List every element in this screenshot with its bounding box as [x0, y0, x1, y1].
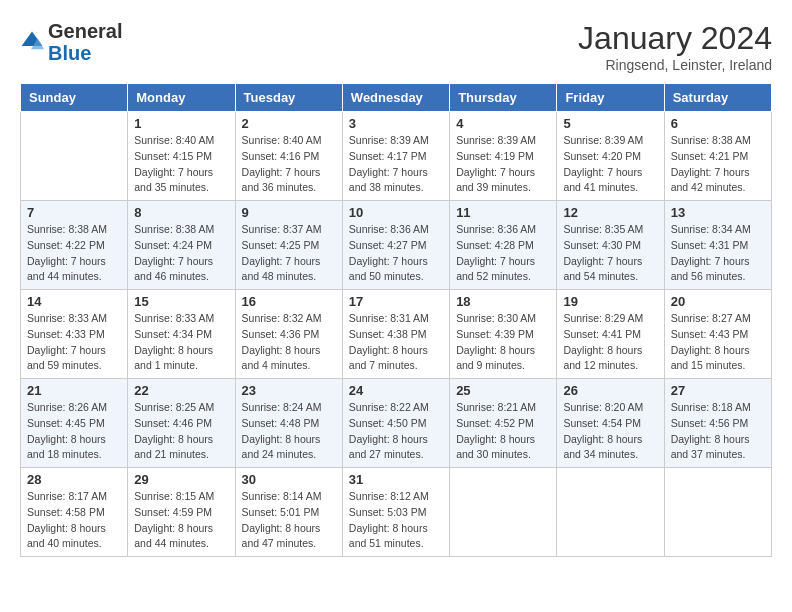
day-number: 29: [134, 472, 228, 487]
weekday-header: Tuesday: [235, 84, 342, 112]
day-info: Sunrise: 8:36 AM Sunset: 4:27 PM Dayligh…: [349, 222, 443, 285]
calendar-cell: 30Sunrise: 8:14 AM Sunset: 5:01 PM Dayli…: [235, 468, 342, 557]
calendar-table: SundayMondayTuesdayWednesdayThursdayFrid…: [20, 83, 772, 557]
weekday-header: Saturday: [664, 84, 771, 112]
calendar-cell: 20Sunrise: 8:27 AM Sunset: 4:43 PM Dayli…: [664, 290, 771, 379]
calendar-cell: 21Sunrise: 8:26 AM Sunset: 4:45 PM Dayli…: [21, 379, 128, 468]
day-number: 15: [134, 294, 228, 309]
day-info: Sunrise: 8:39 AM Sunset: 4:20 PM Dayligh…: [563, 133, 657, 196]
weekday-header: Wednesday: [342, 84, 449, 112]
day-info: Sunrise: 8:30 AM Sunset: 4:39 PM Dayligh…: [456, 311, 550, 374]
month-title: January 2024: [578, 20, 772, 57]
day-number: 14: [27, 294, 121, 309]
day-number: 26: [563, 383, 657, 398]
calendar-cell: 26Sunrise: 8:20 AM Sunset: 4:54 PM Dayli…: [557, 379, 664, 468]
calendar-cell: 10Sunrise: 8:36 AM Sunset: 4:27 PM Dayli…: [342, 201, 449, 290]
day-number: 18: [456, 294, 550, 309]
calendar-row: 14Sunrise: 8:33 AM Sunset: 4:33 PM Dayli…: [21, 290, 772, 379]
calendar-cell: 9Sunrise: 8:37 AM Sunset: 4:25 PM Daylig…: [235, 201, 342, 290]
day-number: 20: [671, 294, 765, 309]
calendar-cell: [557, 468, 664, 557]
calendar-cell: 13Sunrise: 8:34 AM Sunset: 4:31 PM Dayli…: [664, 201, 771, 290]
weekday-header: Sunday: [21, 84, 128, 112]
day-number: 13: [671, 205, 765, 220]
calendar-cell: [21, 112, 128, 201]
calendar-cell: 6Sunrise: 8:38 AM Sunset: 4:21 PM Daylig…: [664, 112, 771, 201]
day-number: 16: [242, 294, 336, 309]
calendar-cell: 3Sunrise: 8:39 AM Sunset: 4:17 PM Daylig…: [342, 112, 449, 201]
day-number: 6: [671, 116, 765, 131]
day-number: 4: [456, 116, 550, 131]
day-info: Sunrise: 8:29 AM Sunset: 4:41 PM Dayligh…: [563, 311, 657, 374]
day-number: 31: [349, 472, 443, 487]
calendar-body: 1Sunrise: 8:40 AM Sunset: 4:15 PM Daylig…: [21, 112, 772, 557]
day-info: Sunrise: 8:17 AM Sunset: 4:58 PM Dayligh…: [27, 489, 121, 552]
day-info: Sunrise: 8:12 AM Sunset: 5:03 PM Dayligh…: [349, 489, 443, 552]
calendar-cell: 22Sunrise: 8:25 AM Sunset: 4:46 PM Dayli…: [128, 379, 235, 468]
day-info: Sunrise: 8:32 AM Sunset: 4:36 PM Dayligh…: [242, 311, 336, 374]
day-info: Sunrise: 8:20 AM Sunset: 4:54 PM Dayligh…: [563, 400, 657, 463]
day-info: Sunrise: 8:38 AM Sunset: 4:24 PM Dayligh…: [134, 222, 228, 285]
day-number: 24: [349, 383, 443, 398]
day-info: Sunrise: 8:34 AM Sunset: 4:31 PM Dayligh…: [671, 222, 765, 285]
calendar-cell: 29Sunrise: 8:15 AM Sunset: 4:59 PM Dayli…: [128, 468, 235, 557]
logo-icon: [20, 30, 44, 54]
day-info: Sunrise: 8:15 AM Sunset: 4:59 PM Dayligh…: [134, 489, 228, 552]
calendar-cell: 23Sunrise: 8:24 AM Sunset: 4:48 PM Dayli…: [235, 379, 342, 468]
day-number: 1: [134, 116, 228, 131]
day-number: 9: [242, 205, 336, 220]
day-info: Sunrise: 8:14 AM Sunset: 5:01 PM Dayligh…: [242, 489, 336, 552]
day-number: 23: [242, 383, 336, 398]
day-number: 2: [242, 116, 336, 131]
weekday-header: Monday: [128, 84, 235, 112]
day-number: 19: [563, 294, 657, 309]
calendar-cell: 15Sunrise: 8:33 AM Sunset: 4:34 PM Dayli…: [128, 290, 235, 379]
calendar-cell: 19Sunrise: 8:29 AM Sunset: 4:41 PM Dayli…: [557, 290, 664, 379]
calendar-cell: 7Sunrise: 8:38 AM Sunset: 4:22 PM Daylig…: [21, 201, 128, 290]
calendar-cell: 17Sunrise: 8:31 AM Sunset: 4:38 PM Dayli…: [342, 290, 449, 379]
location-subtitle: Ringsend, Leinster, Ireland: [578, 57, 772, 73]
calendar-cell: 28Sunrise: 8:17 AM Sunset: 4:58 PM Dayli…: [21, 468, 128, 557]
logo: General Blue: [20, 20, 122, 64]
calendar-cell: [450, 468, 557, 557]
calendar-cell: 27Sunrise: 8:18 AM Sunset: 4:56 PM Dayli…: [664, 379, 771, 468]
day-number: 25: [456, 383, 550, 398]
day-number: 17: [349, 294, 443, 309]
day-info: Sunrise: 8:27 AM Sunset: 4:43 PM Dayligh…: [671, 311, 765, 374]
day-number: 21: [27, 383, 121, 398]
calendar-cell: 18Sunrise: 8:30 AM Sunset: 4:39 PM Dayli…: [450, 290, 557, 379]
calendar-cell: 2Sunrise: 8:40 AM Sunset: 4:16 PM Daylig…: [235, 112, 342, 201]
calendar-cell: 31Sunrise: 8:12 AM Sunset: 5:03 PM Dayli…: [342, 468, 449, 557]
day-number: 27: [671, 383, 765, 398]
calendar-cell: 1Sunrise: 8:40 AM Sunset: 4:15 PM Daylig…: [128, 112, 235, 201]
day-info: Sunrise: 8:39 AM Sunset: 4:17 PM Dayligh…: [349, 133, 443, 196]
logo-blue: Blue: [48, 42, 91, 64]
day-info: Sunrise: 8:33 AM Sunset: 4:34 PM Dayligh…: [134, 311, 228, 374]
logo-general: General: [48, 20, 122, 42]
calendar-cell: 25Sunrise: 8:21 AM Sunset: 4:52 PM Dayli…: [450, 379, 557, 468]
day-info: Sunrise: 8:26 AM Sunset: 4:45 PM Dayligh…: [27, 400, 121, 463]
weekday-header: Friday: [557, 84, 664, 112]
day-number: 22: [134, 383, 228, 398]
day-number: 28: [27, 472, 121, 487]
calendar-cell: [664, 468, 771, 557]
day-number: 10: [349, 205, 443, 220]
day-number: 11: [456, 205, 550, 220]
calendar-cell: 11Sunrise: 8:36 AM Sunset: 4:28 PM Dayli…: [450, 201, 557, 290]
day-info: Sunrise: 8:33 AM Sunset: 4:33 PM Dayligh…: [27, 311, 121, 374]
calendar-row: 1Sunrise: 8:40 AM Sunset: 4:15 PM Daylig…: [21, 112, 772, 201]
calendar-cell: 16Sunrise: 8:32 AM Sunset: 4:36 PM Dayli…: [235, 290, 342, 379]
calendar-row: 7Sunrise: 8:38 AM Sunset: 4:22 PM Daylig…: [21, 201, 772, 290]
day-info: Sunrise: 8:40 AM Sunset: 4:16 PM Dayligh…: [242, 133, 336, 196]
calendar-cell: 5Sunrise: 8:39 AM Sunset: 4:20 PM Daylig…: [557, 112, 664, 201]
day-number: 12: [563, 205, 657, 220]
day-info: Sunrise: 8:22 AM Sunset: 4:50 PM Dayligh…: [349, 400, 443, 463]
calendar-cell: 4Sunrise: 8:39 AM Sunset: 4:19 PM Daylig…: [450, 112, 557, 201]
calendar-row: 28Sunrise: 8:17 AM Sunset: 4:58 PM Dayli…: [21, 468, 772, 557]
calendar-row: 21Sunrise: 8:26 AM Sunset: 4:45 PM Dayli…: [21, 379, 772, 468]
day-number: 5: [563, 116, 657, 131]
day-number: 30: [242, 472, 336, 487]
day-info: Sunrise: 8:39 AM Sunset: 4:19 PM Dayligh…: [456, 133, 550, 196]
day-info: Sunrise: 8:38 AM Sunset: 4:21 PM Dayligh…: [671, 133, 765, 196]
weekday-header: Thursday: [450, 84, 557, 112]
